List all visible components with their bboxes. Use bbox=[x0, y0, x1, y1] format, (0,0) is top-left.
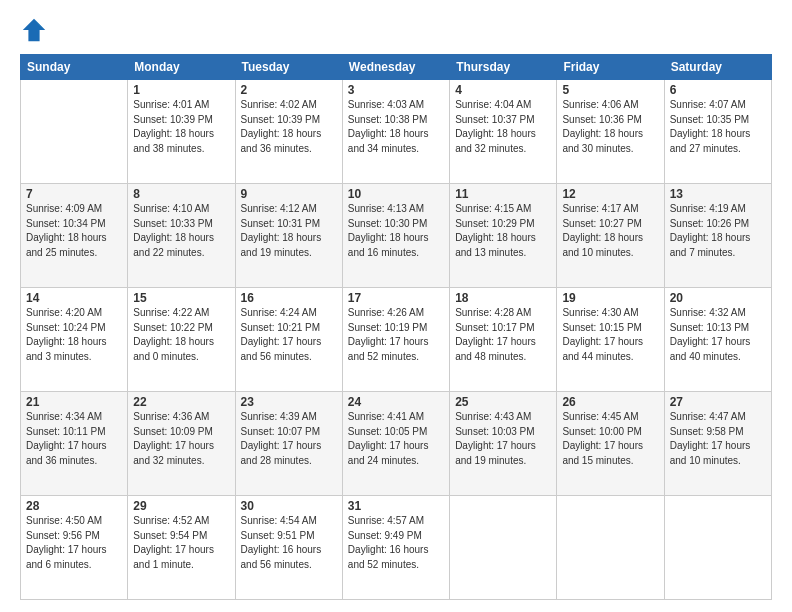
day-number: 31 bbox=[348, 499, 444, 513]
day-number: 29 bbox=[133, 499, 229, 513]
day-info: Sunrise: 4:26 AMSunset: 10:19 PMDaylight… bbox=[348, 306, 444, 364]
day-info: Sunrise: 4:34 AMSunset: 10:11 PMDaylight… bbox=[26, 410, 122, 468]
calendar-cell: 5Sunrise: 4:06 AMSunset: 10:36 PMDayligh… bbox=[557, 80, 664, 184]
calendar-cell: 30Sunrise: 4:54 AMSunset: 9:51 PMDayligh… bbox=[235, 496, 342, 600]
day-info: Sunrise: 4:13 AMSunset: 10:30 PMDaylight… bbox=[348, 202, 444, 260]
day-info: Sunrise: 4:39 AMSunset: 10:07 PMDaylight… bbox=[241, 410, 337, 468]
calendar-cell: 6Sunrise: 4:07 AMSunset: 10:35 PMDayligh… bbox=[664, 80, 771, 184]
calendar-cell: 17Sunrise: 4:26 AMSunset: 10:19 PMDaylig… bbox=[342, 288, 449, 392]
calendar-cell: 23Sunrise: 4:39 AMSunset: 10:07 PMDaylig… bbox=[235, 392, 342, 496]
weekday-header-friday: Friday bbox=[557, 55, 664, 80]
day-number: 12 bbox=[562, 187, 658, 201]
day-info: Sunrise: 4:10 AMSunset: 10:33 PMDaylight… bbox=[133, 202, 229, 260]
calendar-cell: 10Sunrise: 4:13 AMSunset: 10:30 PMDaylig… bbox=[342, 184, 449, 288]
calendar-week-4: 28Sunrise: 4:50 AMSunset: 9:56 PMDayligh… bbox=[21, 496, 772, 600]
day-number: 2 bbox=[241, 83, 337, 97]
day-number: 20 bbox=[670, 291, 766, 305]
svg-marker-0 bbox=[23, 19, 45, 41]
calendar-week-2: 14Sunrise: 4:20 AMSunset: 10:24 PMDaylig… bbox=[21, 288, 772, 392]
calendar-cell: 25Sunrise: 4:43 AMSunset: 10:03 PMDaylig… bbox=[450, 392, 557, 496]
day-info: Sunrise: 4:24 AMSunset: 10:21 PMDaylight… bbox=[241, 306, 337, 364]
day-info: Sunrise: 4:06 AMSunset: 10:36 PMDaylight… bbox=[562, 98, 658, 156]
day-number: 4 bbox=[455, 83, 551, 97]
day-info: Sunrise: 4:19 AMSunset: 10:26 PMDaylight… bbox=[670, 202, 766, 260]
day-info: Sunrise: 4:43 AMSunset: 10:03 PMDaylight… bbox=[455, 410, 551, 468]
day-info: Sunrise: 4:07 AMSunset: 10:35 PMDaylight… bbox=[670, 98, 766, 156]
calendar-table: SundayMondayTuesdayWednesdayThursdayFrid… bbox=[20, 54, 772, 600]
day-info: Sunrise: 4:30 AMSunset: 10:15 PMDaylight… bbox=[562, 306, 658, 364]
calendar-cell: 4Sunrise: 4:04 AMSunset: 10:37 PMDayligh… bbox=[450, 80, 557, 184]
day-number: 3 bbox=[348, 83, 444, 97]
day-number: 1 bbox=[133, 83, 229, 97]
day-info: Sunrise: 4:09 AMSunset: 10:34 PMDaylight… bbox=[26, 202, 122, 260]
day-number: 15 bbox=[133, 291, 229, 305]
calendar-cell bbox=[21, 80, 128, 184]
logo bbox=[20, 16, 52, 44]
day-info: Sunrise: 4:01 AMSunset: 10:39 PMDaylight… bbox=[133, 98, 229, 156]
calendar-cell: 24Sunrise: 4:41 AMSunset: 10:05 PMDaylig… bbox=[342, 392, 449, 496]
day-number: 14 bbox=[26, 291, 122, 305]
calendar-cell: 20Sunrise: 4:32 AMSunset: 10:13 PMDaylig… bbox=[664, 288, 771, 392]
weekday-header-saturday: Saturday bbox=[664, 55, 771, 80]
day-number: 8 bbox=[133, 187, 229, 201]
calendar-cell: 29Sunrise: 4:52 AMSunset: 9:54 PMDayligh… bbox=[128, 496, 235, 600]
calendar-cell: 15Sunrise: 4:22 AMSunset: 10:22 PMDaylig… bbox=[128, 288, 235, 392]
day-info: Sunrise: 4:54 AMSunset: 9:51 PMDaylight:… bbox=[241, 514, 337, 572]
day-number: 30 bbox=[241, 499, 337, 513]
calendar-week-0: 1Sunrise: 4:01 AMSunset: 10:39 PMDayligh… bbox=[21, 80, 772, 184]
day-info: Sunrise: 4:52 AMSunset: 9:54 PMDaylight:… bbox=[133, 514, 229, 572]
day-info: Sunrise: 4:03 AMSunset: 10:38 PMDaylight… bbox=[348, 98, 444, 156]
calendar-header-row: SundayMondayTuesdayWednesdayThursdayFrid… bbox=[21, 55, 772, 80]
calendar-cell: 14Sunrise: 4:20 AMSunset: 10:24 PMDaylig… bbox=[21, 288, 128, 392]
day-number: 24 bbox=[348, 395, 444, 409]
calendar-cell: 22Sunrise: 4:36 AMSunset: 10:09 PMDaylig… bbox=[128, 392, 235, 496]
day-number: 11 bbox=[455, 187, 551, 201]
weekday-header-wednesday: Wednesday bbox=[342, 55, 449, 80]
weekday-header-thursday: Thursday bbox=[450, 55, 557, 80]
calendar-cell: 19Sunrise: 4:30 AMSunset: 10:15 PMDaylig… bbox=[557, 288, 664, 392]
day-number: 9 bbox=[241, 187, 337, 201]
calendar-cell: 12Sunrise: 4:17 AMSunset: 10:27 PMDaylig… bbox=[557, 184, 664, 288]
calendar-cell: 1Sunrise: 4:01 AMSunset: 10:39 PMDayligh… bbox=[128, 80, 235, 184]
day-number: 5 bbox=[562, 83, 658, 97]
day-number: 21 bbox=[26, 395, 122, 409]
day-number: 27 bbox=[670, 395, 766, 409]
calendar-cell bbox=[450, 496, 557, 600]
day-info: Sunrise: 4:22 AMSunset: 10:22 PMDaylight… bbox=[133, 306, 229, 364]
day-number: 19 bbox=[562, 291, 658, 305]
calendar-cell: 8Sunrise: 4:10 AMSunset: 10:33 PMDayligh… bbox=[128, 184, 235, 288]
day-number: 26 bbox=[562, 395, 658, 409]
day-number: 13 bbox=[670, 187, 766, 201]
day-number: 22 bbox=[133, 395, 229, 409]
calendar-cell: 3Sunrise: 4:03 AMSunset: 10:38 PMDayligh… bbox=[342, 80, 449, 184]
day-number: 6 bbox=[670, 83, 766, 97]
day-info: Sunrise: 4:12 AMSunset: 10:31 PMDaylight… bbox=[241, 202, 337, 260]
calendar-cell: 26Sunrise: 4:45 AMSunset: 10:00 PMDaylig… bbox=[557, 392, 664, 496]
calendar-cell: 16Sunrise: 4:24 AMSunset: 10:21 PMDaylig… bbox=[235, 288, 342, 392]
calendar-cell bbox=[664, 496, 771, 600]
weekday-header-sunday: Sunday bbox=[21, 55, 128, 80]
day-number: 10 bbox=[348, 187, 444, 201]
header bbox=[20, 16, 772, 44]
day-number: 17 bbox=[348, 291, 444, 305]
day-info: Sunrise: 4:36 AMSunset: 10:09 PMDaylight… bbox=[133, 410, 229, 468]
day-info: Sunrise: 4:04 AMSunset: 10:37 PMDaylight… bbox=[455, 98, 551, 156]
page: SundayMondayTuesdayWednesdayThursdayFrid… bbox=[0, 0, 792, 612]
day-info: Sunrise: 4:17 AMSunset: 10:27 PMDaylight… bbox=[562, 202, 658, 260]
calendar-cell: 31Sunrise: 4:57 AMSunset: 9:49 PMDayligh… bbox=[342, 496, 449, 600]
weekday-header-monday: Monday bbox=[128, 55, 235, 80]
day-info: Sunrise: 4:28 AMSunset: 10:17 PMDaylight… bbox=[455, 306, 551, 364]
calendar-cell bbox=[557, 496, 664, 600]
calendar-cell: 21Sunrise: 4:34 AMSunset: 10:11 PMDaylig… bbox=[21, 392, 128, 496]
day-info: Sunrise: 4:47 AMSunset: 9:58 PMDaylight:… bbox=[670, 410, 766, 468]
day-info: Sunrise: 4:57 AMSunset: 9:49 PMDaylight:… bbox=[348, 514, 444, 572]
calendar-cell: 2Sunrise: 4:02 AMSunset: 10:39 PMDayligh… bbox=[235, 80, 342, 184]
calendar-cell: 27Sunrise: 4:47 AMSunset: 9:58 PMDayligh… bbox=[664, 392, 771, 496]
day-info: Sunrise: 4:15 AMSunset: 10:29 PMDaylight… bbox=[455, 202, 551, 260]
day-number: 16 bbox=[241, 291, 337, 305]
day-number: 28 bbox=[26, 499, 122, 513]
day-info: Sunrise: 4:20 AMSunset: 10:24 PMDaylight… bbox=[26, 306, 122, 364]
day-info: Sunrise: 4:50 AMSunset: 9:56 PMDaylight:… bbox=[26, 514, 122, 572]
day-info: Sunrise: 4:02 AMSunset: 10:39 PMDaylight… bbox=[241, 98, 337, 156]
calendar-cell: 28Sunrise: 4:50 AMSunset: 9:56 PMDayligh… bbox=[21, 496, 128, 600]
